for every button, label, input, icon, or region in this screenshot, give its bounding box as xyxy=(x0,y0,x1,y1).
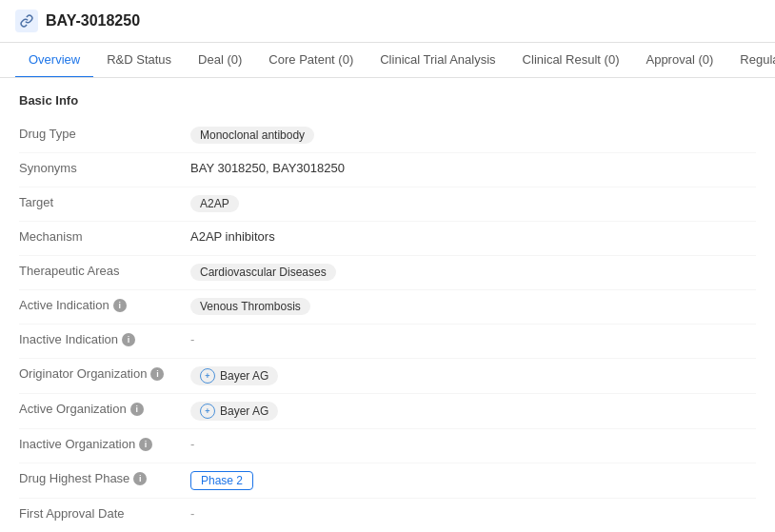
value-synonyms: BAY 3018250, BAY3018250 xyxy=(190,161,756,175)
value-inactive-indication: - xyxy=(190,332,756,346)
text-value-synonyms: BAY 3018250, BAY3018250 xyxy=(190,161,345,175)
value-inactive-org: - xyxy=(190,437,756,451)
tab-approval[interactable]: Approval (0) xyxy=(632,43,726,78)
tab-deal[interactable]: Deal (0) xyxy=(185,43,255,78)
tag-target[interactable]: A2AP xyxy=(190,195,239,212)
value-originator-org: +Bayer AG xyxy=(190,366,756,385)
org-tag-active-org[interactable]: +Bayer AG xyxy=(190,402,278,421)
label-originator-org: Originator Organizationi xyxy=(19,366,190,381)
value-drug-type: Monoclonal antibody xyxy=(190,127,756,144)
header: BAY-3018250 xyxy=(0,0,775,43)
row-drug-highest-phase: Drug Highest PhaseiPhase 2 xyxy=(19,463,756,499)
org-name-originator-org: Bayer AG xyxy=(220,369,268,383)
info-icon-inactive-org[interactable]: i xyxy=(139,438,152,451)
label-target: Target xyxy=(19,195,190,209)
tab-core-patent[interactable]: Core Patent (0) xyxy=(255,43,367,78)
info-icon-active-indication[interactable]: i xyxy=(113,299,127,312)
value-active-indication: Venous Thrombosis xyxy=(190,298,756,315)
org-icon-active-org: + xyxy=(200,404,215,419)
row-first-approval-date: First Approval Date- xyxy=(19,499,756,532)
label-drug-type: Drug Type xyxy=(19,127,190,141)
dash-value-inactive-org: - xyxy=(190,437,194,451)
value-target: A2AP xyxy=(190,195,756,212)
row-active-org: Active Organizationi+Bayer AG xyxy=(19,394,756,429)
row-active-indication: Active IndicationiVenous Thrombosis xyxy=(19,290,756,325)
content-area: Basic Info Drug TypeMonoclonal antibodyS… xyxy=(0,78,775,532)
label-drug-highest-phase: Drug Highest Phasei xyxy=(19,471,190,485)
info-icon-active-org[interactable]: i xyxy=(130,403,144,416)
section-title: Basic Info xyxy=(19,93,756,108)
label-active-org: Active Organizationi xyxy=(19,402,190,416)
row-drug-type: Drug TypeMonoclonal antibody xyxy=(19,119,756,153)
info-icon-inactive-indication[interactable]: i xyxy=(122,333,135,346)
row-originator-org: Originator Organizationi+Bayer AG xyxy=(19,359,756,394)
tab-bar: OverviewR&D StatusDeal (0)Core Patent (0… xyxy=(0,43,775,78)
value-active-org: +Bayer AG xyxy=(190,402,756,421)
row-target: TargetA2AP xyxy=(19,187,756,222)
tab-regulation[interactable]: Regulation (0) xyxy=(726,43,775,78)
page-title: BAY-3018250 xyxy=(46,12,140,30)
tag-active-indication[interactable]: Venous Thrombosis xyxy=(190,298,310,315)
org-icon-originator-org: + xyxy=(200,368,215,384)
label-inactive-indication: Inactive Indicationi xyxy=(19,332,190,346)
value-drug-highest-phase: Phase 2 xyxy=(190,471,756,490)
tag-blue-drug-highest-phase[interactable]: Phase 2 xyxy=(190,471,253,490)
row-synonyms: SynonymsBAY 3018250, BAY3018250 xyxy=(19,153,756,187)
row-mechanism: MechanismA2AP inhibitors xyxy=(19,222,756,256)
label-mechanism: Mechanism xyxy=(19,229,190,244)
row-inactive-org: Inactive Organizationi- xyxy=(19,429,756,463)
header-icon xyxy=(15,10,38,32)
info-icon-drug-highest-phase[interactable]: i xyxy=(133,472,147,485)
value-mechanism: A2AP inhibitors xyxy=(190,229,756,244)
tag-therapeutic-areas[interactable]: Cardiovascular Diseases xyxy=(190,264,336,281)
row-therapeutic-areas: Therapeutic AreasCardiovascular Diseases xyxy=(19,256,756,290)
org-tag-originator-org[interactable]: +Bayer AG xyxy=(190,366,278,385)
label-inactive-org: Inactive Organizationi xyxy=(19,437,190,451)
tab-rd-status[interactable]: R&D Status xyxy=(93,43,185,78)
label-therapeutic-areas: Therapeutic Areas xyxy=(19,264,190,278)
info-table: Drug TypeMonoclonal antibodySynonymsBAY … xyxy=(19,119,756,532)
value-therapeutic-areas: Cardiovascular Diseases xyxy=(190,264,756,281)
dash-value-first-approval-date: - xyxy=(190,506,194,521)
label-synonyms: Synonyms xyxy=(19,161,190,175)
info-icon-originator-org[interactable]: i xyxy=(150,367,164,381)
tab-clinical-trial[interactable]: Clinical Trial Analysis xyxy=(367,43,508,78)
label-active-indication: Active Indicationi xyxy=(19,298,190,312)
text-value-mechanism: A2AP inhibitors xyxy=(190,229,275,244)
value-first-approval-date: - xyxy=(190,506,756,521)
tab-overview[interactable]: Overview xyxy=(15,43,93,78)
dash-value-inactive-indication: - xyxy=(190,332,194,346)
label-first-approval-date: First Approval Date xyxy=(19,506,190,521)
tag-drug-type[interactable]: Monoclonal antibody xyxy=(190,127,314,144)
row-inactive-indication: Inactive Indicationi- xyxy=(19,325,756,359)
tab-clinical-result[interactable]: Clinical Result (0) xyxy=(509,43,633,78)
org-name-active-org: Bayer AG xyxy=(220,404,268,418)
